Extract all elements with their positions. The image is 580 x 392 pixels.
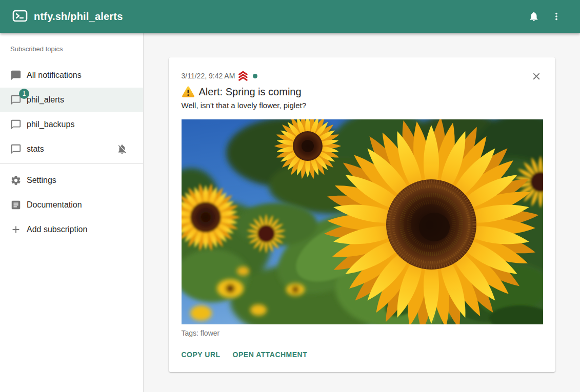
sidebar-item-stats[interactable]: stats xyxy=(0,137,143,161)
close-notification-button[interactable] xyxy=(530,70,543,83)
attachment-image[interactable] xyxy=(182,119,543,324)
plus-icon xyxy=(10,224,22,235)
chat-bubble-outline-icon xyxy=(10,119,22,130)
sidebar-item-label: phil_backups xyxy=(27,120,74,129)
page-title: ntfy.sh/phil_alerts xyxy=(34,11,123,23)
warning-triangle-icon xyxy=(182,86,195,98)
article-icon xyxy=(10,199,22,211)
chat-bubble-outline-icon: 1 xyxy=(10,94,22,106)
notifications-bell-button[interactable] xyxy=(523,5,545,28)
unread-count-badge: 1 xyxy=(19,89,29,99)
sidebar-item-label: phil_alerts xyxy=(27,95,64,105)
sidebar-item-phil-alerts[interactable]: 1 phil_alerts xyxy=(0,88,143,112)
kebab-menu-icon xyxy=(551,11,562,22)
sidebar-item-all-notifications[interactable]: All notifications xyxy=(0,63,143,88)
sidebar-item-label: Settings xyxy=(27,176,56,185)
sidebar: Subscribed topics All notifications 1 ph… xyxy=(0,33,144,392)
notifications-off-icon xyxy=(116,143,128,155)
notification-tags: Tags: flower xyxy=(182,329,543,337)
unread-dot xyxy=(253,74,257,78)
notification-card: 3/11/22, 9:42 AM xyxy=(169,57,555,372)
sidebar-item-settings[interactable]: Settings xyxy=(0,168,143,193)
sidebar-item-add-subscription[interactable]: Add subscription xyxy=(0,217,143,242)
open-attachment-button[interactable]: OPEN ATTACHMENT xyxy=(233,347,308,362)
bell-icon xyxy=(528,11,539,22)
sidebar-item-label: Add subscription xyxy=(27,225,87,234)
subscribed-topics-label: Subscribed topics xyxy=(0,45,143,53)
notification-meta: 3/11/22, 9:42 AM xyxy=(182,72,543,80)
sidebar-item-label: Documentation xyxy=(27,200,82,210)
card-actions: COPY URL OPEN ATTACHMENT xyxy=(182,347,543,362)
ntfy-logo-icon xyxy=(12,10,28,23)
sidebar-item-phil-backups[interactable]: phil_backups xyxy=(0,112,143,137)
chat-bubble-outline-icon xyxy=(10,143,22,155)
sidebar-divider xyxy=(0,163,143,164)
chat-bubble-filled-icon xyxy=(10,70,22,81)
sidebar-item-documentation[interactable]: Documentation xyxy=(0,193,143,217)
notification-title: Alert: Spring is coming xyxy=(199,85,302,98)
close-icon xyxy=(531,71,542,82)
gear-icon xyxy=(10,175,22,186)
copy-url-button[interactable]: COPY URL xyxy=(182,347,221,362)
sidebar-item-label: stats xyxy=(27,145,44,154)
notification-timestamp: 3/11/22, 9:42 AM xyxy=(182,72,235,80)
main-content: 3/11/22, 9:42 AM xyxy=(144,33,580,392)
sidebar-item-label: All notifications xyxy=(27,71,82,80)
priority-max-icon xyxy=(237,71,250,81)
app-bar: ntfy.sh/phil_alerts xyxy=(0,0,580,33)
notification-title-row: Alert: Spring is coming xyxy=(182,85,543,98)
overflow-menu-button[interactable] xyxy=(545,5,568,28)
notification-body: Well, isn't that a lovely flower, piglet… xyxy=(182,100,543,111)
